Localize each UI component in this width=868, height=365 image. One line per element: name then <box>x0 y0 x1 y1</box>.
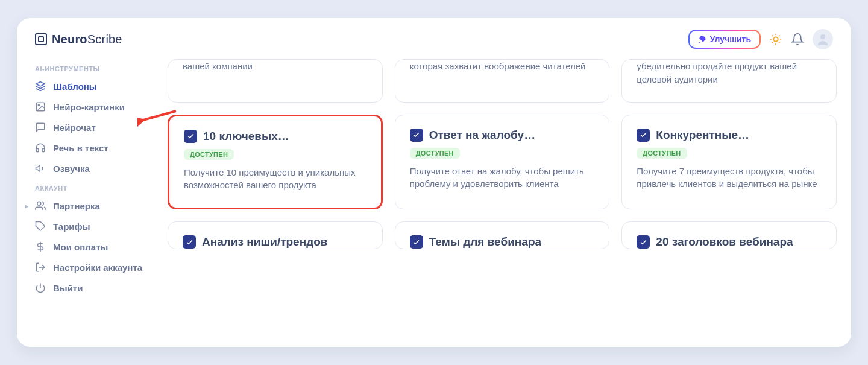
template-card[interactable]: убедительно продайте продукт вашей целев… <box>621 59 837 103</box>
sidebar-item-affiliate[interactable]: ▸ Партнерка <box>27 195 157 216</box>
chat-icon <box>35 122 46 133</box>
check-icon <box>410 129 423 142</box>
svg-marker-6 <box>36 165 40 172</box>
card-title: Ответ на жалобу… <box>429 129 535 142</box>
svg-point-5 <box>38 104 39 106</box>
sidebar-item-label: Выйти <box>53 283 83 293</box>
headphones-icon <box>35 142 46 153</box>
sidebar-item-account-settings[interactable]: Настройки аккаунта <box>27 257 157 278</box>
sidebar-item-neuro-images[interactable]: Нейро-картинки <box>27 97 157 117</box>
card-desc: убедительно продайте продукт вашей целев… <box>637 60 822 86</box>
power-icon <box>35 282 46 293</box>
sidebar-item-label: Нейро-картинки <box>53 102 125 112</box>
template-card[interactable]: вашей компании <box>168 59 383 103</box>
tag-icon <box>35 221 46 232</box>
sidebar-item-label: Речь в текст <box>53 143 108 153</box>
svg-point-7 <box>37 202 41 205</box>
layers-icon <box>35 81 46 92</box>
card-desc: Получите 7 преимуществ продукта, чтобы п… <box>637 165 822 191</box>
sidebar-item-label: Шаблоны <box>53 81 97 92</box>
sidebar-item-logout[interactable]: Выйти <box>27 278 157 298</box>
status-badge: ДОСТУПЕН <box>184 149 234 160</box>
card-desc: которая захватит воображение читателей <box>410 60 595 73</box>
sidebar-item-tariffs[interactable]: Тарифы <box>27 216 157 236</box>
caret-icon: ▸ <box>25 203 28 209</box>
template-card-complaint-reply[interactable]: Ответ на жалобу… ДОСТУПЕН Получите ответ… <box>395 115 610 210</box>
card-title: 10 ключевых… <box>203 130 289 143</box>
sidebar-item-label: Тарифы <box>53 221 90 232</box>
card-title: Темы для вебинара <box>429 235 541 249</box>
status-badge: ДОСТУПЕН <box>637 148 687 159</box>
notifications-icon[interactable] <box>791 33 804 46</box>
logout-icon <box>35 262 46 273</box>
upgrade-label: Улучшить <box>710 34 751 44</box>
topbar: NeuroScribe Улучшить <box>17 18 851 59</box>
dollar-icon <box>35 241 46 252</box>
cards-row-top: вашей компании которая захватит воображе… <box>168 59 837 103</box>
template-card-niche-analysis[interactable]: Анализ ниши/трендов <box>168 221 383 249</box>
sidebar-item-payments[interactable]: Мои оплаты <box>27 236 157 257</box>
sidebar-section-account: АККАУНТ <box>27 179 157 195</box>
sidebar-item-voiceover[interactable]: Озвучка <box>27 158 157 179</box>
card-desc: Получите 10 преимуществ и уникальных воз… <box>184 166 366 192</box>
check-icon <box>183 235 196 249</box>
avatar-placeholder-icon <box>816 32 830 46</box>
check-icon <box>184 130 197 143</box>
upgrade-button[interactable]: Улучшить <box>690 31 760 48</box>
sidebar: AI-ИНСТРУМЕНТЫ Шаблоны Нейро-картинки Не… <box>17 59 162 347</box>
card-title: Анализ ниши/трендов <box>202 235 328 249</box>
svg-point-1 <box>773 37 778 41</box>
svg-marker-3 <box>36 82 45 87</box>
avatar[interactable] <box>813 29 833 49</box>
sidebar-item-label: Партнерка <box>53 201 100 211</box>
card-title: Конкурентные… <box>656 129 749 142</box>
logo-icon <box>35 33 47 45</box>
logo[interactable]: NeuroScribe <box>35 33 122 46</box>
logo-text: NeuroScribe <box>52 33 122 46</box>
app-window: NeuroScribe Улучшить AI-ИНСТРУМЕНТЫ Шабл… <box>17 18 851 347</box>
sidebar-section-ai: AI-ИНСТРУМЕНТЫ <box>27 59 157 76</box>
sidebar-item-label: Нейрочат <box>53 122 96 133</box>
users-icon <box>35 200 46 211</box>
rocket-icon <box>698 35 706 43</box>
sidebar-item-label: Настройки аккаунта <box>53 262 142 273</box>
cards-row-mid: 10 ключевых… ДОСТУПЕН Получите 10 преиму… <box>168 115 837 210</box>
svg-point-2 <box>820 34 825 39</box>
theme-toggle-icon[interactable] <box>769 33 782 46</box>
template-card-webinar-topics[interactable]: Темы для вебинара <box>395 221 610 249</box>
content: вашей компании которая захватит воображе… <box>162 59 851 347</box>
status-badge: ДОСТУПЕН <box>410 148 460 159</box>
check-icon <box>637 129 650 142</box>
template-card-webinar-titles[interactable]: 20 заголовков вебинара <box>621 221 837 249</box>
top-actions: Улучшить <box>688 29 833 49</box>
card-desc: Получите ответ на жалобу, чтобы решить п… <box>410 165 595 191</box>
check-icon <box>410 235 423 249</box>
card-desc: вашей компании <box>183 60 368 73</box>
upgrade-button-wrap: Улучшить <box>688 30 761 49</box>
check-icon <box>637 235 650 249</box>
sidebar-item-neurochat[interactable]: Нейрочат <box>27 117 157 138</box>
sidebar-item-label: Озвучка <box>53 163 90 174</box>
image-icon <box>35 101 46 112</box>
sidebar-item-label: Мои оплаты <box>53 242 108 252</box>
sidebar-item-templates[interactable]: Шаблоны <box>27 76 157 97</box>
template-card-10-key[interactable]: 10 ключевых… ДОСТУПЕН Получите 10 преиму… <box>168 115 383 210</box>
card-title: 20 заголовков вебинара <box>656 235 793 249</box>
volume-icon <box>35 163 46 174</box>
sidebar-item-speech-to-text[interactable]: Речь в текст <box>27 138 157 158</box>
template-card[interactable]: которая захватит воображение читателей <box>395 59 610 103</box>
cards-row-bottom: Анализ ниши/трендов Темы для вебинара 20… <box>168 221 837 249</box>
template-card-competitive[interactable]: Конкурентные… ДОСТУПЕН Получите 7 преиму… <box>621 115 837 210</box>
